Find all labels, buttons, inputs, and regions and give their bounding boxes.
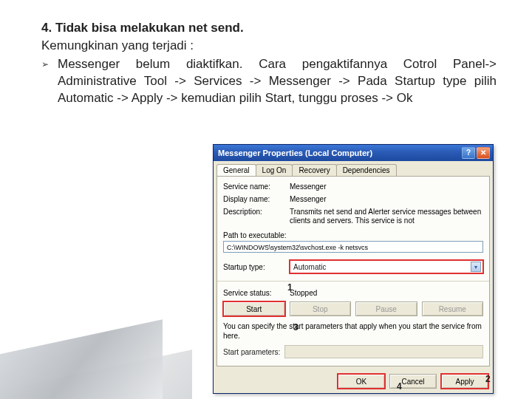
start-button[interactable]: Start (223, 301, 285, 316)
callout-3: 3 (293, 322, 299, 332)
value-service-status: Stopped (290, 289, 483, 297)
stop-button[interactable]: Stop (290, 301, 352, 316)
pause-button[interactable]: Pause (355, 301, 417, 316)
label-startup-type: Startup type: (223, 263, 290, 271)
label-service-name: Service name: (223, 183, 290, 191)
label-description: Description: (223, 208, 290, 216)
resume-button[interactable]: Resume (422, 301, 484, 316)
start-params-note: You can specify the start parameters tha… (223, 322, 483, 341)
label-display-name: Display name: (223, 195, 290, 203)
document-body: 4. Tidak bisa melakukan net send. Kemung… (0, 0, 532, 107)
callout-1: 1 (287, 282, 293, 293)
label-start-params: Start parameters: (223, 348, 280, 356)
close-button[interactable]: ✕ (477, 147, 490, 159)
ok-button[interactable]: OK (338, 374, 385, 389)
value-path: C:\WINDOWS\system32\svchost.exe -k netsv… (223, 241, 483, 253)
section-heading: 4. Tidak bisa melakukan net send. (41, 21, 497, 35)
general-pane: Service name: Messenger Display name: Me… (216, 176, 490, 366)
titlebar[interactable]: Messenger Properties (Local Computer) ? … (214, 145, 493, 161)
startup-type-dropdown[interactable]: Automatic ▾ (290, 260, 483, 273)
dialog-bottom-buttons: OK Cancel Apply (214, 369, 493, 393)
start-params-input[interactable] (284, 345, 483, 358)
bullet-item: ➢ Messenger belum diaktifkan. Cara penga… (41, 56, 497, 107)
bullet-text: Messenger belum diaktifkan. Cara pengakt… (58, 56, 497, 107)
startup-type-value: Automatic (293, 263, 471, 271)
tab-general[interactable]: General (216, 164, 256, 176)
help-button[interactable]: ? (462, 147, 475, 159)
tab-strip: General Log On Recovery Dependencies (214, 161, 493, 176)
value-description: Transmits net send and Alerter service m… (290, 208, 483, 227)
callout-4: 4 (397, 381, 402, 392)
label-service-status: Service status: (223, 289, 290, 297)
label-path: Path to executable: (223, 231, 483, 239)
tab-recovery[interactable]: Recovery (292, 164, 336, 176)
properties-dialog: Messenger Properties (Local Computer) ? … (213, 144, 494, 394)
apply-button[interactable]: Apply (441, 374, 488, 389)
tab-log-on[interactable]: Log On (256, 164, 293, 176)
decorative-wedge (0, 319, 163, 399)
chevron-down-icon: ▾ (471, 262, 481, 272)
tab-dependencies[interactable]: Dependencies (336, 164, 397, 176)
titlebar-text: Messenger Properties (Local Computer) (218, 149, 460, 157)
section-subheading: Kemungkinan yang terjadi : (41, 38, 497, 53)
chevron-right-icon: ➢ (41, 56, 58, 69)
callout-2: 2 (485, 374, 491, 384)
value-service-name: Messenger (290, 183, 483, 191)
value-display-name: Messenger (290, 195, 483, 203)
